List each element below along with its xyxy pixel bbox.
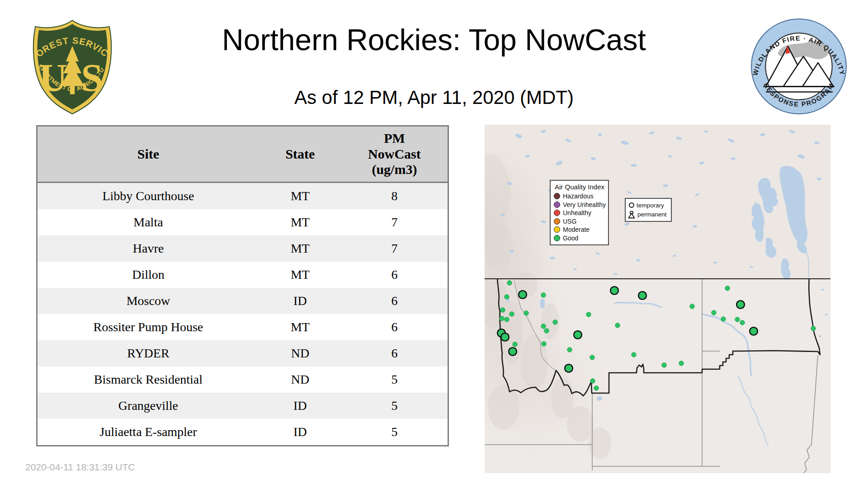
state-cell: ID — [259, 393, 341, 419]
monitor-dot-permanent — [638, 291, 646, 300]
wfaqrp-logo: WILDLAND FIRE · AIR QUALITY RESPONSE PRO… — [750, 17, 848, 117]
aqi-legend-item: Moderate — [554, 226, 605, 233]
site-cell: Havre — [37, 235, 259, 262]
table-header-row: Site State PM NowCast (ug/m3) — [37, 126, 448, 183]
monitor-dot-temporary — [662, 363, 666, 367]
value-cell: 6 — [341, 340, 448, 366]
value-cell: 5 — [341, 419, 448, 446]
wfaqrp-logo-icon: WILDLAND FIRE · AIR QUALITY RESPONSE PRO… — [750, 17, 848, 116]
monitor-dot-temporary — [721, 317, 726, 321]
value-cell: 6 — [341, 314, 448, 340]
site-cell: Dillon — [37, 262, 259, 288]
monitor-dot-temporary — [586, 312, 591, 317]
monitor-dot-temporary — [544, 328, 549, 333]
monitor-dot-permanent — [610, 286, 618, 295]
value-cell: 6 — [341, 262, 448, 288]
monitor-dot-temporary — [735, 317, 740, 322]
aqi-legend-item-label: Very Unhealthy — [563, 201, 606, 208]
monitor-dot-permanent — [750, 327, 758, 335]
monitor-dot-temporary — [811, 326, 816, 331]
report-page: { "header": { "title": "Northern Rockies… — [0, 0, 868, 488]
usfs-logo: FOREST SERVICE DEPARTMENT OF AGRICULTURE… — [28, 15, 117, 120]
aqi-legend-item-label: Unhealthy — [563, 209, 591, 216]
aqi-color-dot-icon — [554, 218, 560, 225]
monitor-dot-temporary — [615, 323, 620, 328]
aqi-legend-item: Good — [554, 235, 605, 242]
monitor-dot-temporary — [594, 386, 599, 390]
site-cell: Moscow — [37, 288, 259, 314]
marker-type-legend: temporary permanent — [625, 198, 672, 222]
monitor-dot-temporary — [509, 312, 514, 316]
aqi-legend-item: Unhealthy — [554, 209, 605, 216]
value-cell: 7 — [341, 235, 448, 262]
usfs-monogram-u: U — [39, 56, 67, 99]
table-row: Grangeville ID 5 — [37, 393, 448, 419]
monitor-dot-permanent — [574, 331, 582, 339]
table-row: Havre MT 7 — [37, 235, 448, 262]
col-header-pm: PM NowCast (ug/m3) — [341, 126, 448, 183]
monitor-dot-temporary — [505, 295, 509, 299]
value-cell: 8 — [341, 183, 448, 210]
monitor-dot-temporary — [524, 311, 528, 315]
value-cell: 5 — [341, 366, 448, 393]
state-cell: MT — [259, 183, 341, 210]
aqi-color-dot-icon — [554, 202, 560, 208]
monitor-dot-temporary — [690, 304, 694, 309]
site-cell: Rossiter Pump House — [37, 314, 259, 340]
state-cell: MT — [259, 262, 341, 288]
usfs-shield-icon: FOREST SERVICE DEPARTMENT OF AGRICULTURE… — [28, 15, 117, 118]
monitor-dot-temporary — [553, 320, 557, 324]
state-cell: ND — [259, 340, 341, 366]
monitor-dot-temporary — [500, 308, 505, 312]
monitor-dot-temporary — [567, 347, 572, 352]
aqi-legend-item: Very Unhealthy — [554, 201, 605, 208]
state-cell: MT — [259, 314, 341, 340]
value-cell: 7 — [341, 209, 448, 235]
monitor-dot-temporary — [513, 342, 517, 347]
state-cell: ND — [259, 366, 341, 393]
permanent-marker-icon — [628, 211, 635, 219]
monitor-dot-temporary — [679, 361, 684, 366]
monitor-dot-permanent — [565, 364, 573, 372]
aqi-color-dot-icon — [554, 193, 560, 199]
table-body: Libby Courthouse MT 8 Malta MT 7 Havre M… — [37, 183, 448, 446]
monitor-dot-temporary — [740, 320, 745, 325]
site-cell: Grangeville — [37, 393, 259, 419]
aqi-legend-item-label: Good — [563, 235, 578, 242]
temporary-label: temporary — [637, 202, 664, 209]
site-cell: RYDER — [37, 340, 259, 366]
temporary-marker-icon — [629, 202, 634, 208]
aqi-color-dot-icon — [554, 235, 560, 241]
usfs-monogram-s: S — [81, 56, 103, 99]
col-header-site: Site — [37, 126, 259, 183]
permanent-label: permanent — [637, 211, 667, 218]
monitor-dot-temporary — [541, 293, 546, 297]
monitor-dot-permanent — [509, 347, 517, 356]
marker-legend-row-temporary: temporary — [628, 201, 669, 210]
state-cell: MT — [259, 209, 341, 235]
aqi-legend-items: Hazardous Very Unhealthy Unhealthy USG M… — [554, 192, 605, 242]
aqi-legend-item-label: USG — [563, 218, 576, 225]
table-row: Juliaetta E-sampler ID 5 — [37, 419, 448, 446]
value-cell: 5 — [341, 393, 448, 419]
page-title: Northern Rockies: Top NowCast — [118, 23, 750, 57]
monitor-dot-temporary — [590, 379, 595, 383]
aqi-legend-title: Air Quality Index — [554, 183, 605, 191]
table-row: Rossiter Pump House MT 6 — [37, 314, 448, 340]
monitor-map: Air Quality Index Hazardous Very Unhealt… — [485, 125, 830, 473]
monitor-dot-permanent — [519, 291, 527, 299]
monitor-dot-temporary — [590, 355, 594, 360]
table-row: Moscow ID 6 — [37, 288, 448, 314]
state-cell: ID — [259, 419, 341, 446]
marker-legend-row-permanent: permanent — [628, 210, 669, 220]
basemap — [485, 125, 830, 473]
table-row: Libby Courthouse MT 8 — [37, 183, 448, 210]
monitor-dot-permanent — [736, 300, 745, 309]
aqi-legend-item: Hazardous — [554, 192, 605, 200]
page-subtitle: As of 12 PM, Apr 11, 2020 (MDT) — [118, 87, 750, 108]
nowcast-table: Site State PM NowCast (ug/m3) Libby Cour… — [36, 125, 449, 446]
aqi-legend: Air Quality Index Hazardous Very Unhealt… — [550, 180, 609, 245]
monitor-dot-temporary — [712, 310, 716, 315]
monitor-dot-temporary — [500, 316, 504, 321]
table-row: RYDER ND 6 — [37, 340, 448, 366]
